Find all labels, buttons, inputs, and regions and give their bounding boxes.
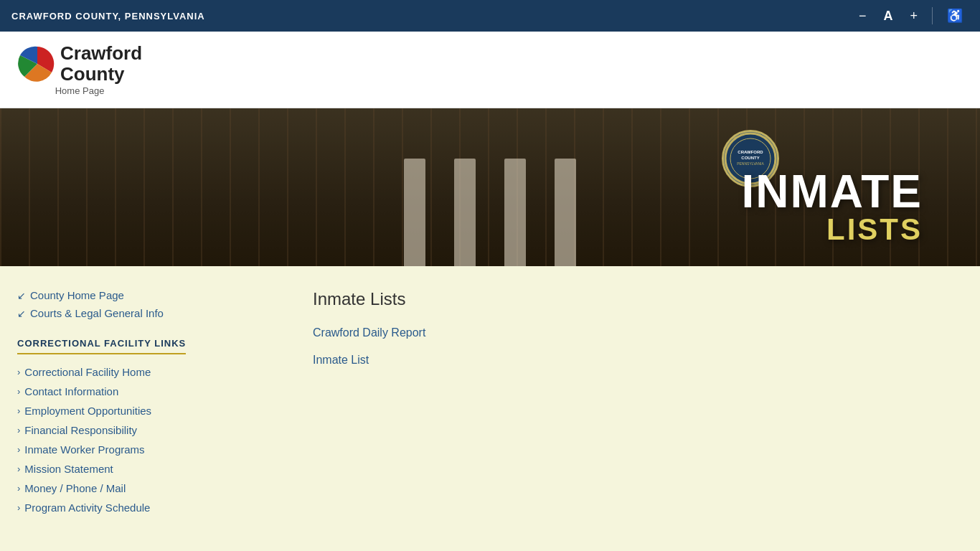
chevron-icon: › [17,483,20,494]
nav-arrow-icon-2: ↙ [17,308,26,319]
chevron-icon: › [17,444,20,455]
financial-link[interactable]: Financial Responsibility [24,424,137,436]
logo-crawford-text: Crawford [60,43,142,64]
list-item: › Financial Responsibility [17,424,290,436]
chevron-icon: › [17,367,20,377]
site-logo[interactable]: Crawford County Home Page [17,43,142,96]
program-schedule-link[interactable]: Program Activity Schedule [24,501,150,514]
courts-legal-link[interactable]: ↙ Courts & Legal General Info [17,307,290,319]
hero-inmate-label: INMATE [741,169,923,215]
decrease-font-button[interactable]: − [853,6,872,27]
hero-banner: CRAWFORD COUNTY PENNSYLVANIA INMATE LIST… [0,108,980,266]
top-bar: Crawford County, Pennsylvania − A + ♿ [0,0,980,32]
inmate-list-link[interactable]: Inmate List [313,354,963,367]
chevron-icon: › [17,405,20,416]
hero-lists-label: LISTS [741,215,923,245]
money-phone-link[interactable]: Money / Phone / Mail [24,482,126,494]
page-title: Inmate Lists [313,289,963,309]
courts-legal-label: Courts & Legal General Info [30,307,164,319]
nav-arrow-icon: ↙ [17,290,26,301]
svg-text:COUNTY: COUNTY [741,156,759,160]
site-header: Crawford County Home Page [0,32,980,108]
increase-font-button[interactable]: + [904,6,923,27]
accessibility-controls: − A + ♿ [853,5,969,27]
font-size-icon: A [877,6,898,27]
list-item: › Inmate Worker Programs [17,443,290,456]
county-home-label: County Home Page [30,289,124,301]
logo-county-text: County [60,64,142,85]
chevron-icon: › [17,502,20,513]
column-2 [454,159,476,266]
sidebar: ↙ County Home Page ↙ Courts & Legal Gene… [17,289,290,521]
column-3 [504,159,526,266]
column-4 [555,159,576,266]
inmate-worker-link[interactable]: Inmate Worker Programs [24,443,144,456]
logo-pie-chart [17,44,57,84]
mission-link[interactable]: Mission Statement [24,463,113,475]
employment-link[interactable]: Employment Opportunities [24,405,151,417]
list-item: › Correctional Facility Home [17,366,290,378]
facility-links-list: › Correctional Facility Home › Contact I… [17,366,290,514]
chevron-icon: › [17,386,20,397]
list-item: › Mission Statement [17,463,290,475]
hero-columns [404,159,576,266]
main-content: ↙ County Home Page ↙ Courts & Legal Gene… [0,266,980,544]
county-home-link[interactable]: ↙ County Home Page [17,289,290,301]
logo-homepage-label: Home Page [55,85,105,96]
content-area: Inmate Lists Crawford Daily Report Inmat… [313,289,963,521]
crawford-daily-report-link[interactable]: Crawford Daily Report [313,326,963,339]
site-title: Crawford County, Pennsylvania [11,11,205,22]
hero-text-group: INMATE LISTS [741,169,923,245]
accessibility-button[interactable]: ♿ [941,5,969,27]
chevron-icon: › [17,463,20,474]
list-item: › Money / Phone / Mail [17,482,290,494]
facility-home-link[interactable]: Correctional Facility Home [24,366,151,378]
sidebar-nav: ↙ County Home Page ↙ Courts & Legal Gene… [17,289,290,319]
list-item: › Employment Opportunities [17,405,290,417]
svg-text:CRAWFORD: CRAWFORD [738,150,763,154]
chevron-icon: › [17,425,20,435]
list-item: › Contact Information [17,385,290,397]
control-separator [932,7,933,24]
contact-info-link[interactable]: Contact Information [24,385,118,397]
column-1 [404,159,425,266]
list-item: › Program Activity Schedule [17,501,290,514]
facility-section-title: CORRECTIONAL FACILITY LINKS [17,338,186,354]
